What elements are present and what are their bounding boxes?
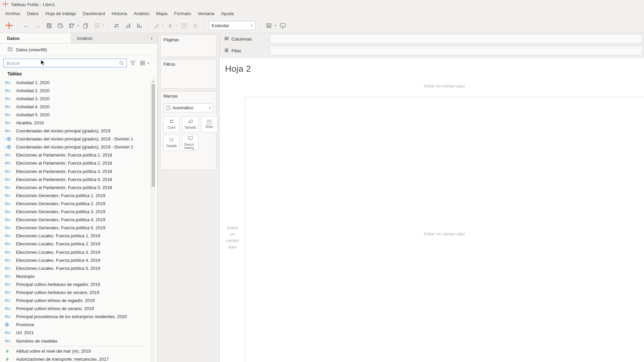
show-hide-cards-button[interactable] (264, 20, 274, 31)
menu-item-hoja-de-trabajo[interactable]: Hoja de trabajo (42, 11, 79, 16)
tooltip-button[interactable]: Descri... emerg... (182, 135, 199, 151)
field-item[interactable]: AbcUrl. 2021 (0, 329, 150, 337)
field-label: Elecciones Locales. Fuerza política 4. 2… (16, 258, 100, 263)
field-item[interactable]: AbcMunicipio (0, 272, 150, 280)
presentation-mode-button[interactable] (277, 20, 288, 31)
field-list-scrollbar[interactable]: ▲ (151, 78, 156, 362)
field-item[interactable]: AbcCoordenadas del núcleo principal (gra… (0, 127, 150, 135)
field-label: Url. 2021 (16, 330, 34, 335)
field-item[interactable]: =Coordenadas del núcleo principal (grado… (0, 143, 150, 151)
field-item[interactable]: AbcElecciones Locales. Fuerza política 3… (0, 248, 150, 256)
sort-descending-button[interactable] (134, 20, 145, 31)
datasource-name: Datos (smex99) (16, 47, 47, 52)
menu-item-ayuda[interactable]: Ayuda (218, 11, 237, 16)
marks-buttons: Color Tamaño T Texto Detalle Descri... e… (163, 116, 213, 151)
field-item[interactable]: AbcNombres de medidas (0, 337, 150, 345)
field-item[interactable]: AbcActividad 3. 2020 (0, 95, 150, 103)
field-item[interactable]: #Altitud sobre el nivel del mar (m). 201… (0, 347, 150, 355)
field-item[interactable]: AbcPrincipal cultivo herbáceo de regadío… (0, 280, 150, 288)
field-item[interactable]: AbcElecciones al Parlamento. Fuerza polí… (0, 175, 150, 183)
filter-fields-button[interactable] (130, 60, 136, 67)
field-item[interactable]: AbcElecciones al Parlamento. Fuerza polí… (0, 167, 150, 175)
fix-axes-button[interactable] (190, 20, 201, 31)
field-item[interactable]: AbcElecciones al Parlamento. Fuerza polí… (0, 183, 150, 191)
redo-button[interactable]: → (32, 20, 43, 31)
field-item[interactable]: AbcElecciones Generales. Fuerza política… (0, 191, 150, 199)
size-button[interactable]: Tamaño (182, 116, 199, 132)
field-item[interactable]: Provincia (0, 321, 150, 329)
tab-analisis[interactable]: Análisis (71, 33, 146, 43)
detail-button[interactable]: Detalle (163, 135, 180, 151)
menu-item-mapa[interactable]: Mapa (153, 11, 171, 16)
field-item[interactable]: AbcElecciones Generales. Fuerza política… (0, 224, 150, 232)
tab-datos[interactable]: Datos (0, 33, 71, 43)
dropzone-columns[interactable]: Soltar un campo aquí (245, 83, 644, 88)
dropzone-canvas[interactable]: Soltar un campo aquí (245, 231, 644, 236)
field-item[interactable]: AbcElecciones Locales. Fuerza política 4… (0, 256, 150, 264)
chevron-down-icon[interactable]: ▾ (76, 24, 80, 27)
text-button[interactable]: T Texto (201, 116, 217, 132)
duplicate-sheet-button[interactable] (80, 20, 91, 31)
field-item[interactable]: AbcPrincipal cultivo herbáceo de secano.… (0, 288, 150, 296)
highlight-button[interactable] (151, 20, 162, 31)
field-item[interactable]: AbcElecciones Locales. Fuerza política 2… (0, 240, 150, 248)
columns-shelf-dropzone[interactable] (270, 34, 642, 44)
pages-card[interactable]: Páginas (160, 35, 216, 57)
field-item[interactable]: AbcAlcaldía. 2019 (0, 119, 150, 127)
mark-type-dropdown[interactable]: T Automático ▾ (163, 103, 213, 112)
field-item[interactable]: AbcElecciones Generales. Fuerza política… (0, 216, 150, 224)
swap-rows-columns-button[interactable] (111, 20, 122, 31)
sort-descending-icon (136, 22, 143, 29)
group-members-button[interactable] (165, 20, 175, 31)
filters-card[interactable]: Filtros (160, 59, 216, 88)
field-item[interactable]: AbcElecciones al Parlamento. Fuerza polí… (0, 151, 150, 159)
view-options-button[interactable] (140, 60, 145, 67)
field-item[interactable]: AbcActividad 5. 2020 (0, 111, 150, 119)
field-item[interactable]: #Autorizaciones de transporte: mercancía… (0, 355, 150, 362)
color-button[interactable]: Color (163, 116, 180, 132)
field-item[interactable]: AbcPrincipal procedencia de los extranje… (0, 313, 150, 321)
field-item[interactable]: AbcElecciones Generales. Fuerza política… (0, 199, 150, 207)
new-worksheet-button[interactable] (66, 20, 77, 31)
menu-item-dashboard[interactable]: Dashboard (79, 11, 108, 16)
menu-item-formato[interactable]: Formato (171, 11, 194, 16)
field-item[interactable]: =Coordenadas del núcleo principal (grado… (0, 135, 150, 143)
dropzone-rows[interactable]: Soltar un campo aquí (224, 225, 241, 250)
search-input[interactable] (3, 59, 127, 67)
scrollbar-thumb[interactable] (152, 84, 155, 187)
field-item[interactable]: AbcActividad 1. 2020 (0, 78, 150, 86)
sort-ascending-button[interactable] (122, 20, 133, 31)
chevron-down-icon[interactable]: ▾ (102, 24, 105, 27)
clear-sheet-button[interactable] (92, 20, 102, 31)
menu-item-datos[interactable]: Datos (23, 11, 42, 16)
datasource-item[interactable]: Datos (smex99) (0, 44, 157, 56)
chevron-down-icon[interactable]: ▾ (274, 24, 277, 27)
chevron-down-icon[interactable]: ▾ (161, 24, 164, 27)
field-item[interactable]: AbcActividad 4. 2020 (0, 103, 150, 111)
rows-shelf-dropzone[interactable] (270, 46, 642, 55)
save-button[interactable] (44, 20, 54, 31)
menu-item-historia[interactable]: Historia (108, 11, 130, 16)
undo-button[interactable]: ← (21, 20, 32, 31)
field-item[interactable]: AbcElecciones al Parlamento. Fuerza polí… (0, 159, 150, 167)
start-page-button[interactable] (4, 20, 14, 31)
show-mark-labels-button[interactable] (178, 20, 189, 31)
field-item[interactable]: AbcPrincipal cultivo leñoso de regadío. … (0, 297, 150, 305)
menu-item-ventana[interactable]: Ventana (194, 11, 218, 16)
field-item[interactable]: AbcElecciones Generales. Fuerza política… (0, 208, 150, 216)
sheet-title[interactable]: Hoja 2 (225, 64, 251, 74)
menu-item-archivo[interactable]: Archivo (2, 11, 23, 16)
field-item[interactable]: AbcElecciones Locales. Fuerza política 1… (0, 232, 150, 240)
new-datasource-button[interactable] (55, 20, 66, 31)
chevron-down-icon[interactable]: ▾ (147, 61, 150, 65)
chevron-down-icon[interactable]: ▾ (175, 24, 178, 27)
field-label: Alcaldía. 2019 (16, 120, 44, 125)
color-icon (169, 119, 174, 125)
fit-view-dropdown[interactable]: Estándar ▾ (209, 21, 256, 30)
field-item[interactable]: AbcPrincipal cultivo leñoso de secano. 2… (0, 305, 150, 313)
field-item[interactable]: AbcActividad 2. 2020 (0, 86, 150, 95)
scroll-up-button[interactable]: ▲ (151, 78, 156, 84)
menu-item-analisis[interactable]: Análisis (130, 11, 153, 16)
field-item[interactable]: AbcElecciones Locales. Fuerza política 5… (0, 264, 150, 272)
collapse-pane-button[interactable]: ‹ (146, 33, 157, 43)
